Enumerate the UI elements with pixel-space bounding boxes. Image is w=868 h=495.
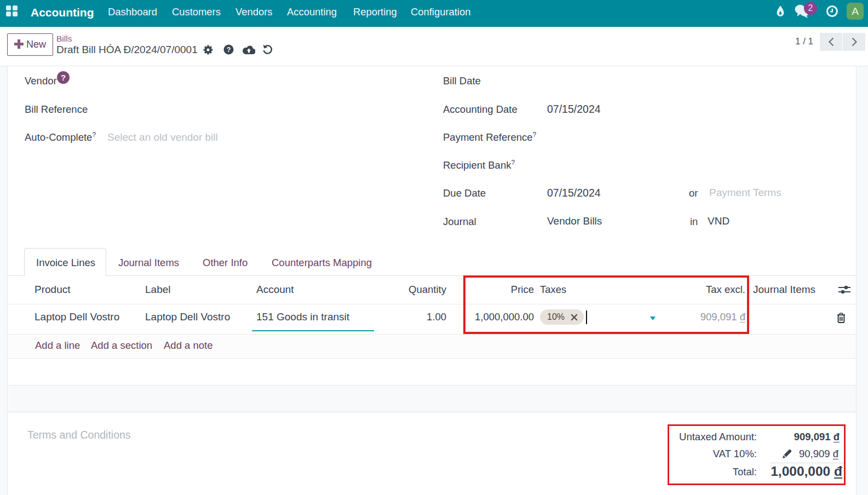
- svg-text:?: ?: [227, 46, 231, 54]
